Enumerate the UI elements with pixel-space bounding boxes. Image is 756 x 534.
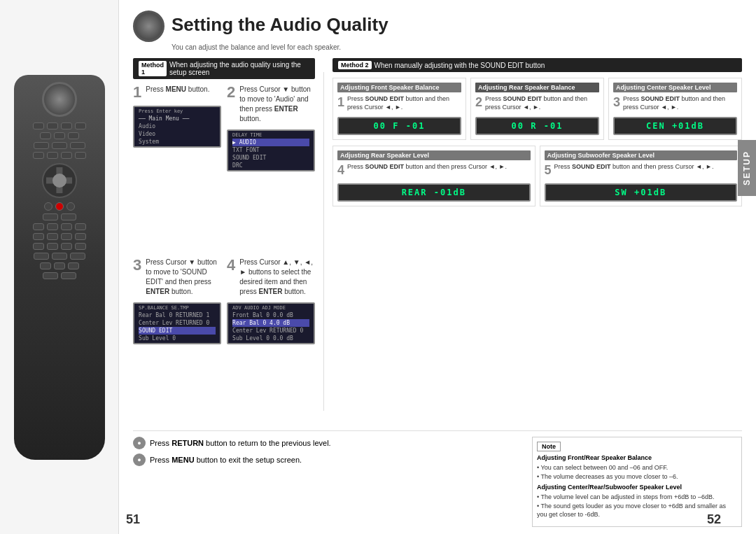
remote-btn <box>66 202 75 211</box>
remote-btn-row-11 <box>40 262 79 269</box>
step4-num: 4 <box>227 258 235 273</box>
remote-btn <box>68 262 79 269</box>
note-title: Note <box>537 442 561 451</box>
remote-btn <box>61 122 72 129</box>
remote-btn-row-3 <box>34 142 85 149</box>
front-speaker-display: 00 F -01 <box>337 117 461 135</box>
remote-btn <box>33 233 44 240</box>
remote-btn <box>43 213 58 220</box>
screen4-content: ADV AUDIO ADJ MODE Front Bal 0 0.0 dB Re… <box>232 304 309 342</box>
remote-btn <box>70 142 85 149</box>
sub-speaker-display: SW +01dB <box>545 183 738 202</box>
page-num-left: 51 <box>126 512 140 527</box>
method1-steps: 1 Press MENU button. Press Enter key ── … <box>133 85 315 425</box>
center-speaker-display: CEN +01dB <box>613 117 737 135</box>
center-step-num: 3 <box>613 95 620 110</box>
step3-num: 3 <box>133 258 141 273</box>
rear-balance-display: 00 R -01 <box>475 117 599 135</box>
press-return-text: ● Press RETURN button to return to the p… <box>133 437 518 449</box>
remote-btn <box>47 233 58 240</box>
method2-bottom-sections: Adjusting Rear Speaker Level 4 Press SOU… <box>332 146 742 206</box>
remote-btn-row-6 <box>43 213 76 220</box>
method1-num: Method 1 <box>139 61 167 76</box>
step-4: 4 Press Cursor ▲, ▼, ◄, ► buttons to sel… <box>227 258 315 425</box>
remote-btn <box>52 142 67 149</box>
rear-level-display: REAR -01dB <box>337 183 531 202</box>
remote-btn-lg <box>43 272 58 279</box>
front-speaker-title: Adjusting Front Speaker Balance <box>337 83 461 92</box>
remote-btn <box>61 243 72 250</box>
remote-btn-red <box>55 202 64 211</box>
sub-step-num: 5 <box>545 163 552 178</box>
remote-btn <box>70 253 85 260</box>
press-return-label: Press RETURN button to return to the pre… <box>150 439 331 447</box>
remote-btn <box>61 233 72 240</box>
remote-btn-row-12 <box>43 272 76 279</box>
remote-btn-row-8 <box>33 233 86 240</box>
remote-btn-lg <box>61 272 76 279</box>
remote-btn <box>61 223 72 230</box>
method1-header: Method 1 When adjusting the audio qualit… <box>133 58 315 79</box>
setup-tab: SETUP <box>738 140 756 196</box>
title-icon <box>133 10 164 42</box>
page-num-right: 52 <box>707 512 721 527</box>
note-section2-title: Adjusting Center/Rear/Subwoofer Speaker … <box>537 484 737 491</box>
step-2: 2 Press Cursor ▼ button to move to 'Audi… <box>227 85 315 252</box>
rear-level-step-text: Press SOUND EDIT button and then press C… <box>347 163 507 171</box>
divider <box>323 72 324 411</box>
center-speaker-title: Adjusting Center Speaker Level <box>613 83 737 92</box>
remote-btn <box>33 152 44 159</box>
rear-balance-title: Adjusting Rear Speaker Balance <box>475 83 599 92</box>
remote-btn-row-4 <box>33 152 86 159</box>
remote-btn <box>47 122 58 129</box>
center-speaker-section: Adjusting Center Speaker Level 3 Press S… <box>608 78 742 140</box>
remote-btn <box>34 142 49 149</box>
remote-btn <box>75 233 86 240</box>
page: Setting the Audio Quality You can adjust… <box>0 0 756 534</box>
rear-balance-step-text: Press SOUND EDIT button and then press C… <box>485 95 599 111</box>
rear-balance-step-num: 2 <box>475 95 482 110</box>
front-step-text: Press SOUND EDIT button and then press C… <box>347 95 461 111</box>
rear-balance-section: Adjusting Rear Speaker Balance 2 Press S… <box>470 78 604 140</box>
remote-btn <box>33 243 44 250</box>
remote-btn <box>52 253 67 260</box>
remote-center-btn <box>52 174 66 188</box>
remote-control <box>14 75 105 460</box>
page-subtitle: You can adjust the balance and level for… <box>172 43 742 51</box>
remote-btn-row-9 <box>33 243 86 250</box>
remote-btn <box>68 132 79 139</box>
main-content: Setting the Audio Quality You can adjust… <box>119 0 756 534</box>
remote-btn-row-7 <box>33 223 86 230</box>
note-section1-bullet1: • You can select between 00 and –06 and … <box>537 463 737 472</box>
note-section-1: Adjusting Front/Rear Speaker Balance • Y… <box>537 454 737 481</box>
method1-header-text: When adjusting the audio quality using t… <box>169 61 309 76</box>
step2-screen: DELAY TIME ▶ AUDIO TXT FONT SOUND EDIT D… <box>227 129 315 171</box>
step3-screen: SP.BALANCE SE.TMP Rear Bal 0 RETURNED 1 … <box>133 302 221 344</box>
rear-level-section: Adjusting Rear Speaker Level 4 Press SOU… <box>332 146 536 206</box>
remote-btn-row-5 <box>44 202 75 211</box>
method1-column: Method 1 When adjusting the audio qualit… <box>133 58 315 425</box>
front-speaker-section: Adjusting Front Speaker Balance 1 Press … <box>332 78 466 140</box>
remote-btn <box>75 122 86 129</box>
sub-speaker-section: Adjusting Subwoofer Speaker Level 5 Pres… <box>540 146 743 206</box>
remote-btn <box>47 223 58 230</box>
method2-top-sections: Adjusting Front Speaker Balance 1 Press … <box>332 78 742 140</box>
note-section2-bullet1: • The volume level can be adjusted in st… <box>537 493 737 502</box>
remote-btn-row-1 <box>33 122 86 129</box>
remote-btn <box>33 122 44 129</box>
step2-num: 2 <box>227 85 235 100</box>
remote-btn <box>61 152 72 159</box>
step2-text: Press Cursor ▼ button to move to 'Audio'… <box>239 85 315 124</box>
press-menu-text: ● Press MENU button to exit the setup sc… <box>133 454 518 466</box>
remote-btn <box>75 223 86 230</box>
remote-btn <box>44 202 52 211</box>
note-section1-title: Adjusting Front/Rear Speaker Balance <box>537 454 737 461</box>
rear-level-title: Adjusting Rear Speaker Level <box>337 150 531 160</box>
step4-text: Press Cursor ▲, ▼, ◄, ► buttons to selec… <box>239 258 315 297</box>
sub-step-text: Press SOUND EDIT button and then press C… <box>554 163 714 171</box>
rear-level-step-num: 4 <box>337 163 344 178</box>
step1-num: 1 <box>133 85 141 100</box>
remote-btn <box>54 132 65 139</box>
remote-btn <box>47 243 58 250</box>
remote-btn <box>34 253 49 260</box>
